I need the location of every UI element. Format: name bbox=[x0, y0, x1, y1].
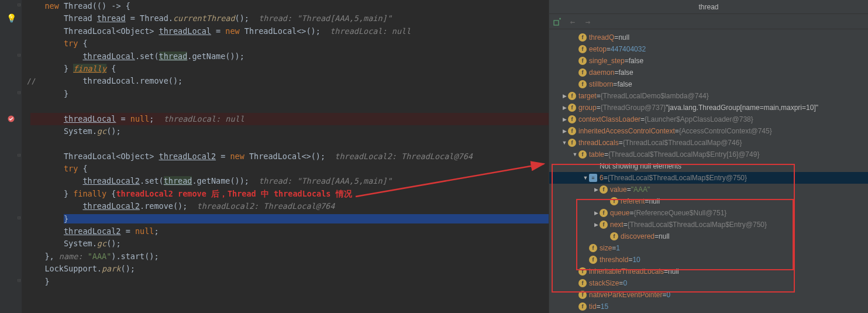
code-line[interactable]: ThreadLocal<Object> threadLocal2 = new T… bbox=[30, 150, 549, 163]
fold-handle-icon[interactable]: ⊟ bbox=[18, 52, 20, 58]
variables-tree[interactable]: fthreadQ = nullfeetop = 447404032fsingle… bbox=[549, 29, 868, 313]
field-icon: f bbox=[610, 197, 618, 205]
code-line[interactable] bbox=[30, 137, 549, 150]
variable-value: {ThreadLocalDemo$lambda@744} bbox=[601, 90, 709, 102]
field-icon: f bbox=[589, 256, 597, 264]
code-line[interactable]: threadLocal2.set(thread.getName()); thre… bbox=[30, 175, 549, 187]
expand-icon[interactable]: ▶ bbox=[593, 219, 600, 231]
code-line[interactable]: } bbox=[30, 88, 549, 100]
expand-icon[interactable]: ▶ bbox=[593, 184, 600, 195]
expand-icon[interactable]: ▼ bbox=[561, 137, 568, 149]
variable-value: null bbox=[618, 32, 629, 43]
code-line[interactable]: } finally { bbox=[30, 63, 549, 75]
variable-name: single_step bbox=[589, 55, 625, 67]
variable-row[interactable]: fthreadQ = null bbox=[549, 32, 868, 43]
expand-icon[interactable]: ▶ bbox=[561, 113, 568, 125]
variable-row[interactable]: fthreshold = 10 bbox=[549, 254, 868, 266]
field-icon: f bbox=[568, 127, 576, 135]
variable-value: null bbox=[659, 231, 670, 242]
new-watch-icon[interactable] bbox=[553, 17, 562, 26]
code-line[interactable]: threadLocal2 = null; bbox=[30, 225, 549, 238]
back-icon[interactable]: ← bbox=[568, 17, 577, 26]
variable-row[interactable]: ▶fvalue = "AAA" bbox=[549, 184, 868, 195]
variable-row[interactable]: fstackSize = 0 bbox=[549, 277, 868, 289]
variable-row[interactable]: ▶fgroup = {ThreadGroup@737} "java.lang.T… bbox=[549, 102, 868, 113]
code-line[interactable]: ThreadLocal<Object> threadLocal = new Th… bbox=[30, 25, 549, 37]
variable-name: target bbox=[578, 90, 597, 102]
code-line[interactable]: new Thread(() -> { bbox=[30, 0, 549, 12]
variable-name: stillborn bbox=[589, 78, 613, 90]
variable-value: {ThreadLocal$ThreadLocalMap$Entry@750} bbox=[628, 219, 767, 231]
variable-row[interactable]: ▼ftable = {ThreadLocal$ThreadLocalMap$En… bbox=[549, 149, 868, 160]
code-line[interactable] bbox=[30, 100, 549, 112]
code-line[interactable]: try { bbox=[30, 163, 549, 175]
field-icon: f bbox=[578, 33, 587, 42]
code-line[interactable]: System.gc(); bbox=[30, 125, 549, 137]
forward-icon[interactable]: → bbox=[583, 17, 593, 26]
code-line[interactable]: LockSupport.park(); bbox=[30, 263, 549, 275]
expand-icon[interactable]: ▶ bbox=[593, 207, 600, 219]
code-line[interactable]: }, name: "AAA").start(); bbox=[30, 250, 549, 263]
field-icon: f bbox=[578, 68, 587, 77]
variable-row[interactable]: ftid = 15 bbox=[549, 301, 868, 312]
field-icon: f bbox=[568, 115, 576, 123]
variable-row[interactable]: Not showing null elements bbox=[549, 160, 868, 172]
code-line[interactable]: try { bbox=[30, 37, 549, 50]
variable-row[interactable]: ▶fcontextClassLoader = {Launcher$AppClas… bbox=[549, 113, 868, 125]
fold-handle-icon[interactable]: ⊟ bbox=[18, 152, 20, 158]
variable-name: value bbox=[610, 184, 627, 195]
variable-row[interactable]: fnativeParkEventPointer = 0 bbox=[549, 289, 868, 301]
field-icon: f bbox=[600, 221, 608, 229]
code-line[interactable]: threadLocal = null; threadLocal: null bbox=[30, 113, 549, 125]
code-line[interactable]: threadLocal.set(thread.getName()); bbox=[30, 50, 549, 63]
variable-row[interactable]: feetop = 447404032 bbox=[549, 43, 868, 55]
field-icon: f bbox=[578, 80, 587, 88]
field-icon: f bbox=[578, 267, 587, 276]
lightbulb-icon[interactable]: 💡 bbox=[7, 14, 15, 22]
variable-name: eetop bbox=[589, 43, 607, 55]
variable-name: table bbox=[589, 149, 604, 160]
variable-row[interactable]: ▶fnext = {ThreadLocal$ThreadLocalMap$Ent… bbox=[549, 219, 868, 231]
variable-row[interactable]: ▶fqueue = {ReferenceQueue$Null@751} bbox=[549, 207, 868, 219]
breakpoint-icon[interactable] bbox=[7, 115, 15, 123]
variable-value: 1 bbox=[616, 242, 620, 254]
variable-row[interactable]: fsingle_step = false bbox=[549, 55, 868, 67]
fold-handle-icon[interactable]: ⊟ bbox=[18, 215, 20, 221]
code-line[interactable]: threadLocal2.remove(); threadLocal2: Thr… bbox=[30, 200, 549, 212]
code-line[interactable]: System.gc(); bbox=[30, 238, 549, 250]
variable-value: 447404032 bbox=[611, 43, 646, 55]
fold-handle-icon[interactable]: ⊟ bbox=[18, 90, 20, 95]
expand-icon[interactable]: ▼ bbox=[571, 149, 578, 160]
variable-row[interactable]: fdaemon = false bbox=[549, 67, 868, 78]
variable-row[interactable]: finheritableThreadLocals = null bbox=[549, 266, 868, 277]
variable-row[interactable]: ▼≡6 = {ThreadLocal$ThreadLocalMap$Entry@… bbox=[549, 172, 868, 184]
variable-row[interactable]: fsize = 1 bbox=[549, 242, 868, 254]
fold-handle-icon[interactable]: ⊟ bbox=[18, 277, 20, 283]
code-line[interactable]: } bbox=[30, 276, 549, 288]
code-line[interactable]: threadLocal.remove(); bbox=[30, 75, 549, 87]
variable-value: false bbox=[629, 55, 643, 67]
variable-row[interactable]: ▶finheritedAccessControlContext = {Acces… bbox=[549, 125, 868, 137]
debugger-title: thread bbox=[549, 0, 868, 14]
variable-value: 15 bbox=[601, 301, 608, 312]
variable-name: queue bbox=[610, 207, 629, 219]
variable-name: stackSize bbox=[589, 277, 619, 289]
variable-row[interactable]: ▶ftarget = {ThreadLocalDemo$lambda@744} bbox=[549, 90, 868, 102]
expand-icon[interactable]: ▼ bbox=[582, 172, 589, 184]
variable-row[interactable]: freferent = null bbox=[549, 195, 868, 207]
variable-row[interactable]: ▼fthreadLocals = {ThreadLocal$ThreadLoca… bbox=[549, 137, 868, 149]
variable-name: inheritedAccessControlContext bbox=[578, 125, 675, 137]
expand-icon[interactable]: ▶ bbox=[561, 125, 568, 137]
code-line[interactable]: Thread thread = Thread.currentThread(); … bbox=[30, 12, 549, 25]
expand-icon[interactable]: ▶ bbox=[561, 90, 568, 102]
code-area[interactable]: new Thread(() -> { Thread thread = Threa… bbox=[22, 0, 549, 313]
expand-icon[interactable]: ▶ bbox=[561, 102, 568, 113]
variable-row[interactable]: fdiscovered = null bbox=[549, 231, 868, 242]
code-editor[interactable]: ⊟💡⊟⊟⊟⊟⊟ new Thread(() -> { Thread thread… bbox=[0, 0, 549, 313]
fold-handle-icon[interactable]: ⊟ bbox=[18, 2, 20, 8]
variable-row[interactable]: fstillborn = false bbox=[549, 78, 868, 90]
code-line[interactable]: } finally {threadLocal2 remove 后，Thread … bbox=[30, 188, 549, 200]
code-line[interactable]: } bbox=[30, 213, 549, 225]
debugger-variables-pane[interactable]: thread ← → fthreadQ = nullfeetop = 44740… bbox=[549, 0, 868, 313]
variable-name: threadQ bbox=[589, 32, 614, 43]
